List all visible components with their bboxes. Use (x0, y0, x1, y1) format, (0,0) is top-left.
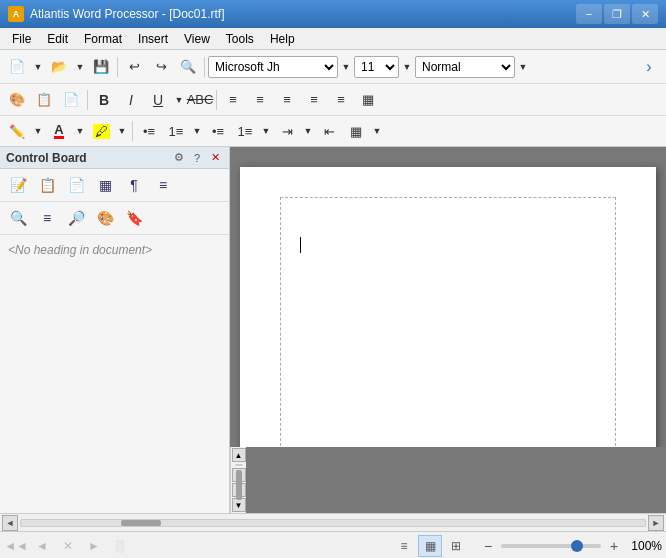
nav-back2[interactable]: ◄◄ (4, 535, 28, 557)
cb-btn-color[interactable]: 🎨 (91, 205, 119, 231)
nav-forward2[interactable]: ░ (108, 535, 132, 557)
undo-button[interactable]: ↩ (121, 55, 147, 79)
style-dropdown[interactable]: ▼ (516, 55, 530, 79)
scroll-next-page[interactable]: ▼ (232, 498, 246, 512)
cb-btn-doc[interactable]: 📄 (62, 172, 90, 198)
menu-format[interactable]: Format (76, 30, 130, 48)
view-web[interactable]: ⊞ (444, 535, 468, 557)
v-scrollbar: ▲ ▼ ▲ ▼ (230, 447, 246, 513)
sep1 (117, 57, 118, 77)
highlight-dropdown[interactable]: ▼ (115, 119, 129, 143)
redo-button[interactable]: ↪ (148, 55, 174, 79)
v-scroll-thumb[interactable] (236, 470, 242, 500)
menu-edit[interactable]: Edit (39, 30, 76, 48)
nav-stop[interactable]: ✕ (56, 535, 80, 557)
size-dropdown[interactable]: ▼ (400, 55, 414, 79)
zoom-in-button[interactable]: + (604, 536, 624, 556)
font-dropdown[interactable]: ▼ (339, 55, 353, 79)
doc-scroll[interactable] (230, 147, 666, 447)
pen-dropdown[interactable]: ▼ (31, 119, 45, 143)
find-button[interactable]: 🔍 (175, 55, 201, 79)
doc-area[interactable]: ▲ ▼ ▲ ▼ (230, 147, 666, 513)
menu-help[interactable]: Help (262, 30, 303, 48)
font-select[interactable]: Microsoft Jh (208, 56, 338, 78)
view-normal[interactable]: ▦ (418, 535, 442, 557)
list-dropdown2[interactable]: ▼ (259, 119, 273, 143)
menu-file[interactable]: File (4, 30, 39, 48)
menu-insert[interactable]: Insert (130, 30, 176, 48)
toolbar-more[interactable]: › (636, 55, 662, 79)
minimize-button[interactable]: − (576, 4, 602, 24)
align-more[interactable]: ≡ (328, 88, 354, 112)
app-icon: A (8, 6, 24, 22)
bullet-list1[interactable]: •≡ (136, 119, 162, 143)
cb-btn-zoom[interactable]: 🔍 (4, 205, 32, 231)
cb-btn-style[interactable]: 📝 (4, 172, 32, 198)
underline-button[interactable]: U (145, 88, 171, 112)
cb-btn-list2[interactable]: ≡ (33, 205, 61, 231)
underline-dropdown[interactable]: ▼ (172, 88, 186, 112)
nav-back[interactable]: ◄ (30, 535, 54, 557)
cb-btn-list[interactable]: ≡ (149, 172, 177, 198)
bold-button[interactable]: B (91, 88, 117, 112)
open-dropdown[interactable]: ▼ (73, 55, 87, 79)
scroll-up-btn[interactable]: ▲ (232, 448, 246, 462)
sep3 (87, 90, 88, 110)
doc-page[interactable] (240, 167, 656, 447)
bullet-list2[interactable]: •≡ (205, 119, 231, 143)
strikethrough-button[interactable]: ABC (187, 88, 213, 112)
open-button[interactable]: 📂 (46, 55, 72, 79)
page-margin (280, 197, 616, 447)
cb-toolbar2: 🔍 ≡ 🔎 🎨 🔖 (0, 202, 229, 235)
indent-less[interactable]: ⇤ (316, 119, 342, 143)
menu-view[interactable]: View (176, 30, 218, 48)
align-justify[interactable]: ≡ (301, 88, 327, 112)
style-select[interactable]: Normal (415, 56, 515, 78)
italic-button[interactable]: I (118, 88, 144, 112)
numbered-list2[interactable]: 1≡ (232, 119, 258, 143)
list-dropdown1[interactable]: ▼ (190, 119, 204, 143)
list-more[interactable]: ▦ (343, 119, 369, 143)
close-button[interactable]: ✕ (632, 4, 658, 24)
view-draft[interactable]: ≡ (392, 535, 416, 557)
new-button[interactable]: 📄 (4, 55, 30, 79)
list-more-dropdown[interactable]: ▼ (370, 119, 384, 143)
cb-title: Control Board (6, 151, 87, 165)
size-select[interactable]: 11 (354, 56, 399, 78)
h-scroll-left[interactable]: ◄ (2, 515, 18, 531)
indent-more-dropdown[interactable]: ▼ (301, 119, 315, 143)
indent-more[interactable]: ⇥ (274, 119, 300, 143)
font-color[interactable]: A (46, 119, 72, 143)
cb-btn-outline[interactable]: 📋 (33, 172, 61, 198)
new-dropdown[interactable]: ▼ (31, 55, 45, 79)
cb-btn-special[interactable]: ¶ (120, 172, 148, 198)
align-left[interactable]: ≡ (220, 88, 246, 112)
align-right[interactable]: ≡ (274, 88, 300, 112)
cb-btn-find[interactable]: 🔎 (62, 205, 90, 231)
cb-btn-table[interactable]: ▦ (91, 172, 119, 198)
nav-forward[interactable]: ► (82, 535, 106, 557)
menu-tools[interactable]: Tools (218, 30, 262, 48)
zoom-out-button[interactable]: − (478, 536, 498, 556)
h-scroll-thumb[interactable] (121, 520, 161, 526)
columns-button[interactable]: ▦ (355, 88, 381, 112)
highlight[interactable]: 🖊 (88, 119, 114, 143)
zoom-slider[interactable] (501, 544, 601, 548)
pen-tool[interactable]: ✏️ (4, 119, 30, 143)
paste-format[interactable]: 📄 (58, 88, 84, 112)
h-scroll-track (20, 519, 646, 527)
zoom-thumb[interactable] (571, 540, 583, 552)
cb-btn-bookmark[interactable]: 🔖 (120, 205, 148, 231)
paint-format[interactable]: 🎨 (4, 88, 30, 112)
numbered-list1[interactable]: 1≡ (163, 119, 189, 143)
cb-close-icon[interactable]: ✕ (207, 150, 223, 166)
font-color-dropdown[interactable]: ▼ (73, 119, 87, 143)
restore-button[interactable]: ❐ (604, 4, 630, 24)
align-center[interactable]: ≡ (247, 88, 273, 112)
h-scroll-right[interactable]: ► (648, 515, 664, 531)
sep2 (204, 57, 205, 77)
save-button[interactable]: 💾 (88, 55, 114, 79)
copy-format[interactable]: 📋 (31, 88, 57, 112)
cb-settings-icon[interactable]: ⚙ (171, 150, 187, 166)
cb-help-icon[interactable]: ? (189, 150, 205, 166)
